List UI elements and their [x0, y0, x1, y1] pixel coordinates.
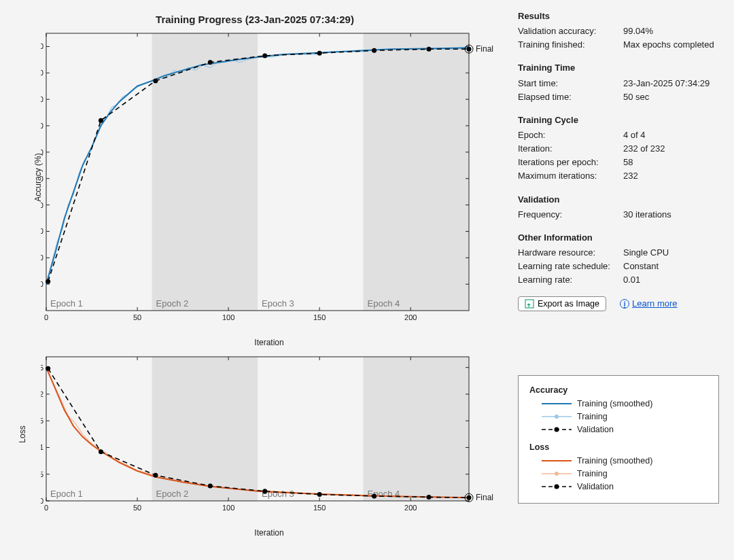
- legend-acc-val: Validation: [529, 425, 707, 434]
- svg-text:Epoch 1: Epoch 1: [50, 489, 83, 499]
- accuracy-svg: 102030405060708090100050100150200Epoch 1…: [41, 31, 497, 324]
- svg-point-104: [99, 449, 103, 454]
- svg-text:100: 100: [222, 504, 234, 512]
- svg-text:Epoch 4: Epoch 4: [368, 298, 400, 309]
- svg-text:70: 70: [41, 122, 43, 130]
- svg-point-119: [555, 427, 559, 432]
- svg-point-109: [372, 493, 377, 498]
- legend-loss-val: Validation: [529, 482, 707, 491]
- svg-point-53: [99, 118, 103, 123]
- svg-rect-1: [364, 33, 470, 311]
- svg-text:Epoch 2: Epoch 2: [156, 489, 189, 499]
- export-icon: [525, 299, 534, 309]
- svg-point-124: [555, 485, 559, 489]
- svg-text:Epoch 2: Epoch 2: [156, 298, 189, 309]
- svg-point-59: [427, 47, 432, 52]
- svg-text:30: 30: [41, 227, 43, 235]
- training-figure: Training Progress (23-Jan-2025 07:34:29)…: [7, 7, 503, 550]
- svg-point-105: [153, 473, 158, 478]
- svg-point-56: [262, 54, 267, 58]
- accuracy-xlabel: Iteration: [254, 338, 283, 347]
- svg-text:1: 1: [41, 443, 43, 451]
- loss-plot: Loss 00.511.522.5050100150200Epoch 1Epoc…: [41, 354, 497, 514]
- svg-text:80: 80: [41, 95, 43, 103]
- validation-section: Validation Frequency:30 iterations: [518, 193, 722, 222]
- svg-text:2: 2: [41, 390, 43, 398]
- svg-text:150: 150: [313, 313, 326, 321]
- svg-text:0.5: 0.5: [41, 470, 43, 478]
- legend-loss-smoothed: Training (smoothed): [529, 456, 707, 466]
- svg-text:Epoch 3: Epoch 3: [262, 298, 294, 309]
- results-header: Results: [518, 10, 722, 23]
- legend-acc-smoothed: Training (smoothed): [529, 399, 707, 408]
- svg-point-108: [317, 492, 322, 497]
- svg-point-57: [317, 51, 322, 56]
- svg-rect-64: [364, 357, 470, 501]
- chart-title: Training Progress (23-Jan-2025 07:34:29): [7, 14, 503, 25]
- svg-text:200: 200: [404, 504, 417, 512]
- svg-point-54: [153, 78, 158, 83]
- svg-text:10: 10: [41, 280, 43, 288]
- legend-loss-header: Loss: [529, 442, 707, 452]
- svg-text:2.5: 2.5: [41, 364, 43, 372]
- info-panel: Results Validation accuracy:99.04% Train…: [518, 10, 722, 311]
- svg-point-103: [46, 366, 50, 371]
- results-section: Results Validation accuracy:99.04% Train…: [518, 10, 722, 52]
- svg-text:0: 0: [44, 313, 48, 321]
- cycle-section: Training Cycle Epoch:4 of 4 Iteration:23…: [518, 113, 722, 183]
- learn-more-link[interactable]: i Learn more: [620, 297, 677, 311]
- svg-text:90: 90: [41, 69, 43, 77]
- svg-text:200: 200: [404, 313, 417, 321]
- svg-point-55: [208, 60, 213, 65]
- svg-point-107: [262, 489, 267, 493]
- cycle-header: Training Cycle: [518, 113, 722, 127]
- legend-accuracy-header: Accuracy: [529, 385, 707, 395]
- other-header: Other Information: [518, 231, 722, 245]
- validation-header: Validation: [518, 193, 722, 207]
- svg-text:50: 50: [133, 504, 141, 512]
- svg-point-52: [46, 279, 50, 284]
- info-icon: i: [620, 299, 629, 309]
- svg-point-106: [208, 484, 213, 489]
- svg-text:50: 50: [133, 313, 141, 321]
- other-section: Other Information Hardware resource:Sing…: [518, 231, 722, 287]
- svg-text:Final: Final: [476, 44, 493, 54]
- legend: Accuracy Training (smoothed) Training Va…: [518, 375, 719, 504]
- svg-point-122: [555, 472, 559, 476]
- svg-point-117: [555, 415, 559, 419]
- svg-text:1.5: 1.5: [41, 417, 43, 425]
- svg-text:150: 150: [313, 504, 326, 512]
- export-image-button[interactable]: Export as Image: [518, 296, 606, 311]
- accuracy-ylabel: Accuracy (%): [33, 153, 43, 201]
- svg-text:0: 0: [44, 504, 48, 512]
- time-section: Training Time Start time:23-Jan-2025 07:…: [518, 61, 722, 103]
- action-row: Export as Image i Learn more: [518, 296, 722, 311]
- svg-point-111: [467, 495, 472, 500]
- legend-loss-raw: Training: [529, 469, 707, 478]
- loss-ylabel: Loss: [18, 425, 27, 442]
- time-header: Training Time: [518, 61, 722, 75]
- svg-text:100: 100: [41, 42, 43, 50]
- svg-point-60: [467, 47, 472, 52]
- loss-svg: 00.511.522.5050100150200Epoch 1Epoch 2Ep…: [41, 354, 497, 514]
- svg-point-58: [372, 48, 377, 53]
- svg-text:Epoch 1: Epoch 1: [50, 298, 83, 309]
- svg-text:100: 100: [222, 313, 234, 321]
- loss-xlabel: Iteration: [254, 528, 283, 538]
- legend-acc-raw: Training: [529, 412, 707, 421]
- svg-point-110: [427, 495, 432, 500]
- svg-text:Final: Final: [476, 493, 493, 502]
- svg-text:0: 0: [41, 497, 43, 505]
- accuracy-plot: Accuracy (%) 102030405060708090100050100…: [41, 31, 497, 324]
- svg-text:20: 20: [41, 253, 43, 262]
- svg-text:40: 40: [41, 201, 43, 209]
- svg-rect-114: [525, 300, 534, 308]
